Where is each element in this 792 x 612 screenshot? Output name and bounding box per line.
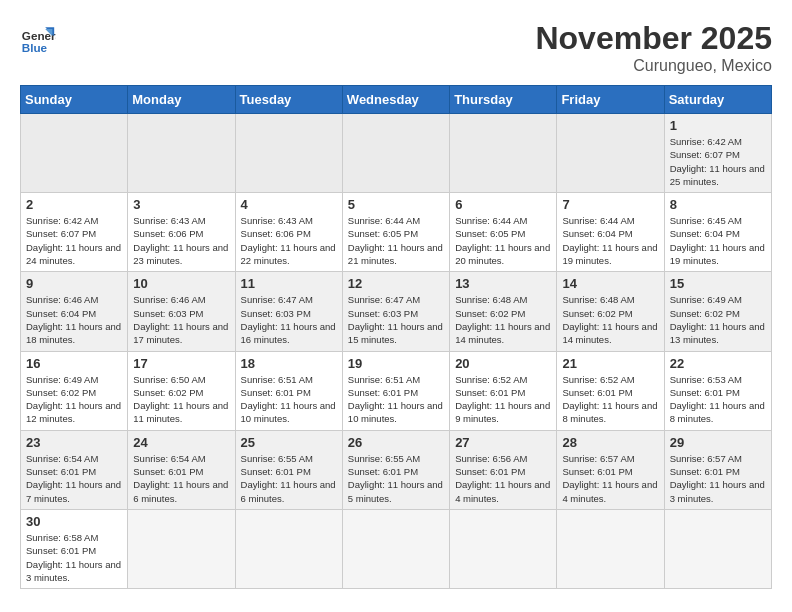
calendar-cell (342, 114, 449, 193)
day-number: 19 (348, 356, 444, 371)
day-info: Sunrise: 6:45 AMSunset: 6:04 PMDaylight:… (670, 214, 766, 267)
calendar-cell: 18Sunrise: 6:51 AMSunset: 6:01 PMDayligh… (235, 351, 342, 430)
calendar-cell: 19Sunrise: 6:51 AMSunset: 6:01 PMDayligh… (342, 351, 449, 430)
calendar-cell: 17Sunrise: 6:50 AMSunset: 6:02 PMDayligh… (128, 351, 235, 430)
calendar-cell (664, 509, 771, 588)
day-info: Sunrise: 6:43 AMSunset: 6:06 PMDaylight:… (133, 214, 229, 267)
day-number: 4 (241, 197, 337, 212)
calendar-cell: 7Sunrise: 6:44 AMSunset: 6:04 PMDaylight… (557, 193, 664, 272)
day-number: 29 (670, 435, 766, 450)
calendar-cell: 4Sunrise: 6:43 AMSunset: 6:06 PMDaylight… (235, 193, 342, 272)
day-number: 22 (670, 356, 766, 371)
day-number: 14 (562, 276, 658, 291)
calendar-cell (450, 114, 557, 193)
day-number: 12 (348, 276, 444, 291)
day-info: Sunrise: 6:51 AMSunset: 6:01 PMDaylight:… (348, 373, 444, 426)
day-number: 20 (455, 356, 551, 371)
calendar-table: SundayMondayTuesdayWednesdayThursdayFrid… (20, 85, 772, 589)
day-header-sunday: Sunday (21, 86, 128, 114)
day-header-monday: Monday (128, 86, 235, 114)
calendar-cell: 10Sunrise: 6:46 AMSunset: 6:03 PMDayligh… (128, 272, 235, 351)
day-number: 8 (670, 197, 766, 212)
month-title: November 2025 (535, 20, 772, 57)
day-header-wednesday: Wednesday (342, 86, 449, 114)
calendar-cell: 21Sunrise: 6:52 AMSunset: 6:01 PMDayligh… (557, 351, 664, 430)
day-number: 16 (26, 356, 122, 371)
day-number: 1 (670, 118, 766, 133)
calendar-cell (21, 114, 128, 193)
day-number: 11 (241, 276, 337, 291)
day-number: 10 (133, 276, 229, 291)
day-info: Sunrise: 6:44 AMSunset: 6:04 PMDaylight:… (562, 214, 658, 267)
day-info: Sunrise: 6:56 AMSunset: 6:01 PMDaylight:… (455, 452, 551, 505)
calendar-cell: 1Sunrise: 6:42 AMSunset: 6:07 PMDaylight… (664, 114, 771, 193)
day-header-thursday: Thursday (450, 86, 557, 114)
calendar-cell: 6Sunrise: 6:44 AMSunset: 6:05 PMDaylight… (450, 193, 557, 272)
day-info: Sunrise: 6:50 AMSunset: 6:02 PMDaylight:… (133, 373, 229, 426)
day-number: 13 (455, 276, 551, 291)
calendar-cell: 20Sunrise: 6:52 AMSunset: 6:01 PMDayligh… (450, 351, 557, 430)
calendar-cell: 2Sunrise: 6:42 AMSunset: 6:07 PMDaylight… (21, 193, 128, 272)
day-info: Sunrise: 6:43 AMSunset: 6:06 PMDaylight:… (241, 214, 337, 267)
day-info: Sunrise: 6:48 AMSunset: 6:02 PMDaylight:… (455, 293, 551, 346)
svg-text:Blue: Blue (22, 41, 48, 54)
day-info: Sunrise: 6:42 AMSunset: 6:07 PMDaylight:… (26, 214, 122, 267)
day-info: Sunrise: 6:44 AMSunset: 6:05 PMDaylight:… (455, 214, 551, 267)
calendar-cell: 12Sunrise: 6:47 AMSunset: 6:03 PMDayligh… (342, 272, 449, 351)
day-info: Sunrise: 6:53 AMSunset: 6:01 PMDaylight:… (670, 373, 766, 426)
calendar-cell: 23Sunrise: 6:54 AMSunset: 6:01 PMDayligh… (21, 430, 128, 509)
calendar-cell: 28Sunrise: 6:57 AMSunset: 6:01 PMDayligh… (557, 430, 664, 509)
day-number: 23 (26, 435, 122, 450)
page-header: General Blue November 2025 Curungueo, Me… (20, 20, 772, 75)
day-number: 17 (133, 356, 229, 371)
day-info: Sunrise: 6:55 AMSunset: 6:01 PMDaylight:… (241, 452, 337, 505)
day-number: 3 (133, 197, 229, 212)
calendar-cell: 14Sunrise: 6:48 AMSunset: 6:02 PMDayligh… (557, 272, 664, 351)
day-info: Sunrise: 6:54 AMSunset: 6:01 PMDaylight:… (26, 452, 122, 505)
day-number: 7 (562, 197, 658, 212)
calendar-cell: 13Sunrise: 6:48 AMSunset: 6:02 PMDayligh… (450, 272, 557, 351)
title-block: November 2025 Curungueo, Mexico (535, 20, 772, 75)
calendar-cell (235, 509, 342, 588)
calendar-cell (557, 509, 664, 588)
calendar-cell: 25Sunrise: 6:55 AMSunset: 6:01 PMDayligh… (235, 430, 342, 509)
calendar-header-row: SundayMondayTuesdayWednesdayThursdayFrid… (21, 86, 772, 114)
day-info: Sunrise: 6:49 AMSunset: 6:02 PMDaylight:… (670, 293, 766, 346)
day-number: 25 (241, 435, 337, 450)
calendar-cell (128, 114, 235, 193)
calendar-cell: 5Sunrise: 6:44 AMSunset: 6:05 PMDaylight… (342, 193, 449, 272)
day-info: Sunrise: 6:49 AMSunset: 6:02 PMDaylight:… (26, 373, 122, 426)
day-info: Sunrise: 6:54 AMSunset: 6:01 PMDaylight:… (133, 452, 229, 505)
day-info: Sunrise: 6:57 AMSunset: 6:01 PMDaylight:… (670, 452, 766, 505)
day-info: Sunrise: 6:58 AMSunset: 6:01 PMDaylight:… (26, 531, 122, 584)
calendar-cell: 11Sunrise: 6:47 AMSunset: 6:03 PMDayligh… (235, 272, 342, 351)
location: Curungueo, Mexico (535, 57, 772, 75)
calendar-cell: 15Sunrise: 6:49 AMSunset: 6:02 PMDayligh… (664, 272, 771, 351)
calendar-cell: 27Sunrise: 6:56 AMSunset: 6:01 PMDayligh… (450, 430, 557, 509)
day-info: Sunrise: 6:47 AMSunset: 6:03 PMDaylight:… (348, 293, 444, 346)
day-number: 6 (455, 197, 551, 212)
day-info: Sunrise: 6:48 AMSunset: 6:02 PMDaylight:… (562, 293, 658, 346)
day-header-saturday: Saturday (664, 86, 771, 114)
calendar-cell (128, 509, 235, 588)
day-number: 28 (562, 435, 658, 450)
day-header-friday: Friday (557, 86, 664, 114)
day-number: 2 (26, 197, 122, 212)
logo: General Blue (20, 20, 56, 56)
calendar-cell (342, 509, 449, 588)
calendar-week-5: 30Sunrise: 6:58 AMSunset: 6:01 PMDayligh… (21, 509, 772, 588)
calendar-cell (235, 114, 342, 193)
calendar-cell: 24Sunrise: 6:54 AMSunset: 6:01 PMDayligh… (128, 430, 235, 509)
calendar-week-0: 1Sunrise: 6:42 AMSunset: 6:07 PMDaylight… (21, 114, 772, 193)
calendar-cell: 22Sunrise: 6:53 AMSunset: 6:01 PMDayligh… (664, 351, 771, 430)
calendar-week-2: 9Sunrise: 6:46 AMSunset: 6:04 PMDaylight… (21, 272, 772, 351)
calendar-cell: 9Sunrise: 6:46 AMSunset: 6:04 PMDaylight… (21, 272, 128, 351)
day-number: 9 (26, 276, 122, 291)
day-info: Sunrise: 6:42 AMSunset: 6:07 PMDaylight:… (670, 135, 766, 188)
day-number: 15 (670, 276, 766, 291)
day-number: 26 (348, 435, 444, 450)
logo-icon: General Blue (20, 20, 56, 56)
calendar-cell: 16Sunrise: 6:49 AMSunset: 6:02 PMDayligh… (21, 351, 128, 430)
day-number: 27 (455, 435, 551, 450)
calendar-cell: 8Sunrise: 6:45 AMSunset: 6:04 PMDaylight… (664, 193, 771, 272)
